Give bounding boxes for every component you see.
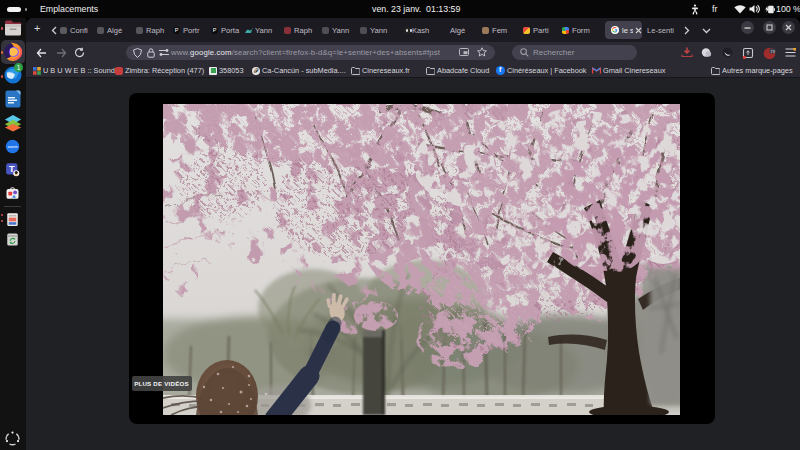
svg-text:zoom: zoom (7, 144, 18, 149)
svg-text:73: 73 (770, 48, 775, 53)
